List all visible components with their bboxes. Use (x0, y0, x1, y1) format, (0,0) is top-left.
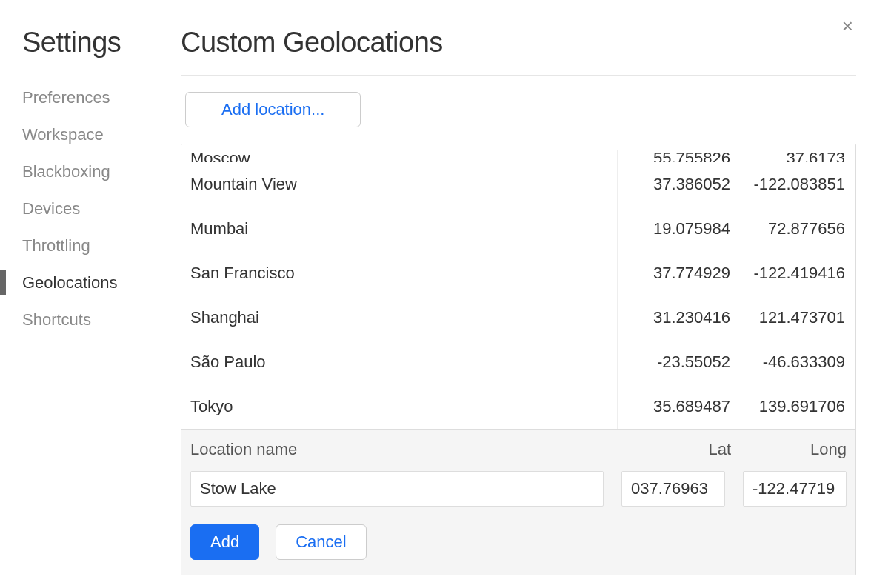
sidebar-item-shortcuts[interactable]: Shortcuts (22, 301, 181, 338)
cancel-button[interactable]: Cancel (276, 524, 366, 560)
sidebar-item-geolocations[interactable]: Geolocations (22, 264, 181, 301)
location-name-cell: Mountain View (190, 175, 617, 194)
location-lat-cell: 35.689487 (617, 384, 735, 429)
settings-title: Settings (22, 27, 181, 59)
settings-sidebar: Settings Preferences Workspace Blackboxi… (0, 0, 181, 588)
location-name-cell: Shanghai (190, 308, 617, 327)
edit-location-form: Location name Lat Long Add Cancel (181, 429, 855, 575)
table-row[interactable]: Mumbai 19.075984 72.877656 (181, 207, 855, 251)
location-name-cell: Mumbai (190, 219, 617, 238)
long-input[interactable] (743, 471, 847, 507)
header-location-name: Location name (190, 440, 624, 459)
table-row[interactable]: San Francisco 37.774929 -122.419416 (181, 251, 855, 295)
sidebar-item-throttling[interactable]: Throttling (22, 227, 181, 264)
header-long: Long (735, 440, 847, 459)
table-row[interactable]: São Paulo -23.55052 -46.633309 (181, 340, 855, 384)
location-long-cell: -122.083851 (735, 175, 847, 194)
header-lat: Lat (624, 440, 735, 459)
settings-dialog: × Settings Preferences Workspace Blackbo… (0, 0, 871, 588)
sidebar-item-devices[interactable]: Devices (22, 190, 181, 227)
locations-scroll[interactable]: Moscow 55.755826 37.6173 Mountain View 3… (181, 144, 855, 429)
table-row[interactable]: Mountain View 37.386052 -122.083851 (181, 162, 855, 207)
sidebar-item-preferences[interactable]: Preferences (22, 79, 181, 116)
main-panel: Custom Geolocations Add location... Mosc… (181, 0, 871, 588)
location-lat-cell: 37.774929 (617, 251, 735, 295)
location-long-cell: 139.691706 (735, 397, 847, 416)
location-name-input[interactable] (190, 471, 604, 507)
add-button[interactable]: Add (190, 524, 259, 560)
sidebar-item-blackboxing[interactable]: Blackboxing (22, 153, 181, 190)
table-row[interactable]: Tokyo 35.689487 139.691706 (181, 384, 855, 429)
page-title: Custom Geolocations (181, 27, 856, 76)
add-location-button[interactable]: Add location... (185, 92, 361, 127)
location-long-cell: -122.419416 (735, 264, 847, 283)
table-row[interactable]: Shanghai 31.230416 121.473701 (181, 295, 855, 340)
table-row[interactable]: Moscow 55.755826 37.6173 (181, 144, 855, 162)
edit-header: Location name Lat Long (190, 440, 847, 459)
location-long-cell: 121.473701 (735, 308, 847, 327)
location-name-cell: San Francisco (190, 264, 617, 283)
location-lat-cell: 37.386052 (617, 162, 735, 207)
location-lat-cell: -23.55052 (617, 340, 735, 384)
location-long-cell: -46.633309 (735, 353, 847, 372)
location-lat-cell: 55.755826 (617, 150, 735, 162)
location-name-cell: Tokyo (190, 397, 617, 416)
sidebar-nav: Preferences Workspace Blackboxing Device… (22, 79, 181, 338)
location-name-cell: São Paulo (190, 353, 617, 372)
location-long-cell: 72.877656 (735, 219, 847, 238)
location-lat-cell: 19.075984 (617, 207, 735, 251)
sidebar-item-workspace[interactable]: Workspace (22, 116, 181, 153)
lat-input[interactable] (621, 471, 725, 507)
location-long-cell: 37.6173 (735, 149, 847, 162)
location-lat-cell: 31.230416 (617, 295, 735, 340)
locations-table: Moscow 55.755826 37.6173 Mountain View 3… (181, 144, 856, 575)
location-name-cell: Moscow (190, 149, 617, 162)
close-icon[interactable]: × (842, 16, 853, 36)
